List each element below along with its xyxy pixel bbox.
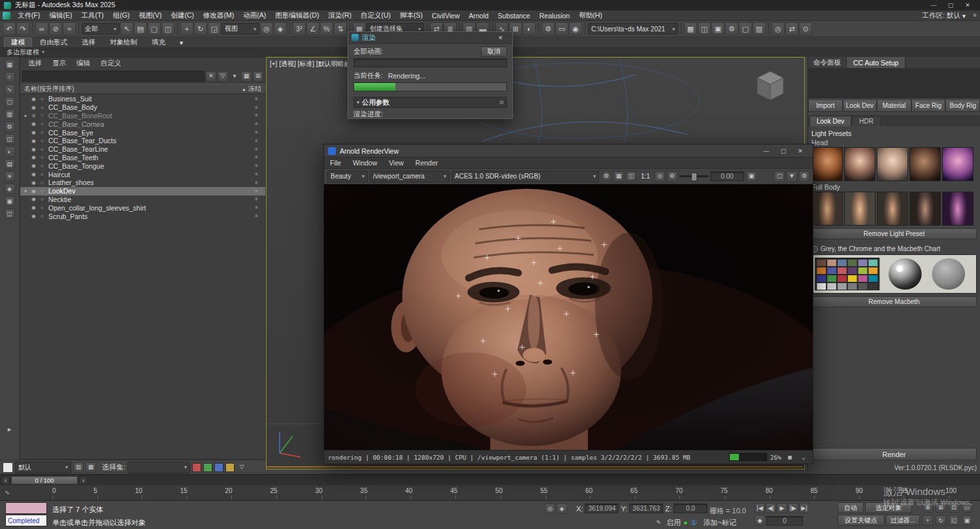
isolate-selection-icon[interactable]: ◎ xyxy=(545,503,555,514)
layer-selector[interactable]: 默认 ▾ xyxy=(15,462,71,473)
toolbar-extra-1[interactable]: ▦ xyxy=(684,22,697,35)
rendered-frame-button[interactable]: ▭ xyxy=(555,22,568,35)
zoom-all-icon[interactable]: ⊞ xyxy=(936,502,946,513)
render-image[interactable] xyxy=(324,184,813,450)
menu-window[interactable]: Window xyxy=(347,159,383,167)
section-pin-icon[interactable]: ⊞ xyxy=(499,99,504,105)
head-preset-2[interactable] xyxy=(844,147,875,181)
frozen-icon[interactable]: ✳ xyxy=(254,105,259,111)
max-logo-icon[interactable] xyxy=(3,12,10,20)
table-row-selected[interactable]: ▸◉○LookDev✳ xyxy=(20,187,265,196)
tab-hdr[interactable]: HDR xyxy=(852,116,881,126)
explorer-menu-display[interactable]: 显示 xyxy=(47,59,71,68)
table-row[interactable]: ◉○CC_Base_Cornea✳ xyxy=(20,120,265,128)
panel-collapse-arrow[interactable]: ▸ xyxy=(8,425,12,434)
save-image-icon[interactable]: ▼ xyxy=(787,171,797,182)
visibility-icon[interactable]: ◉ xyxy=(30,138,37,144)
explorer-column-icon[interactable]: ⊞ xyxy=(253,71,263,82)
head-preset-3[interactable] xyxy=(877,147,908,181)
active-layer-swatch[interactable] xyxy=(3,462,13,473)
table-row[interactable]: ◉○Leather_shoes✳ xyxy=(20,179,265,187)
exposure-value-field[interactable]: 0.00 xyxy=(710,171,744,181)
side-toolbar-icon[interactable]: ▢ xyxy=(5,97,15,107)
visibility-icon[interactable]: ◉ xyxy=(30,163,37,169)
zoom-region-icon[interactable]: ▭ xyxy=(962,502,972,513)
body-preset-3[interactable] xyxy=(877,192,908,226)
body-preset-5[interactable] xyxy=(942,192,973,226)
set-green-icon[interactable] xyxy=(203,463,212,472)
viewport-label[interactable]: [+] [透视] [标准] [默认明暗处理] xyxy=(270,60,359,69)
visibility-icon[interactable]: ◉ xyxy=(30,213,37,219)
frame-back-button[interactable]: ‹ xyxy=(1,476,10,485)
visibility-icon[interactable]: ◉ xyxy=(30,154,37,160)
unlink-button[interactable]: ⊘ xyxy=(49,22,62,35)
import-button[interactable]: Import xyxy=(808,99,843,112)
explorer-menu-select[interactable]: 选择 xyxy=(23,59,47,68)
side-toolbar-icon[interactable]: ○ xyxy=(5,72,15,82)
frozen-icon[interactable]: ✳ xyxy=(254,180,259,186)
explorer-config-icon[interactable]: ▦ xyxy=(241,71,252,82)
render-production-button[interactable]: ◉ xyxy=(569,22,582,35)
menu-group[interactable]: 组(G) xyxy=(108,10,135,20)
previous-frame-button[interactable]: ◀| xyxy=(766,503,776,513)
expand-status-icon[interactable]: ⌄ xyxy=(798,452,809,462)
table-row[interactable]: ◉○Necktie✳ xyxy=(20,196,265,204)
tab-look-dev[interactable]: Look Dev xyxy=(809,116,851,126)
orbit-icon[interactable]: ↻ xyxy=(936,515,946,526)
frozen-icon[interactable]: ✳ xyxy=(254,112,259,118)
set-blue-icon[interactable] xyxy=(214,463,223,472)
body-rig-button[interactable]: Body Rig xyxy=(945,99,980,112)
set-key-button[interactable]: 设置关键点 xyxy=(838,515,885,526)
explorer-menu-edit[interactable]: 编辑 xyxy=(71,59,95,68)
remove-light-preset-button[interactable]: Remove Light Preset xyxy=(811,228,977,239)
menu-animation[interactable]: 动画(A) xyxy=(238,10,270,20)
region-render-icon[interactable]: ▢ xyxy=(774,171,785,182)
visibility-icon[interactable]: ◉ xyxy=(30,112,37,118)
snap-toggle-button[interactable]: 3² xyxy=(293,22,306,35)
listener-line[interactable]: Completed xyxy=(5,515,47,526)
clear-search-icon[interactable]: ✕ xyxy=(206,71,216,82)
rect-selection-region-button[interactable]: ▢ xyxy=(148,22,161,35)
ribbon-panel-label[interactable]: 多边形建模 xyxy=(7,48,39,57)
frozen-icon[interactable]: ✳ xyxy=(254,213,259,219)
colorspace-selector[interactable]: ACES 1.0 SDR-video (sRGB) ▾ xyxy=(451,171,599,182)
pivot-center-button[interactable]: ◎ xyxy=(260,22,273,35)
head-preset-4[interactable] xyxy=(909,147,941,181)
chevron-down-icon[interactable]: ▾ xyxy=(229,71,240,82)
body-preset-2[interactable] xyxy=(844,192,875,226)
table-row[interactable]: ◉○CC_Base_Body✳ xyxy=(20,103,265,112)
window-crossing-button[interactable]: ◫ xyxy=(161,22,174,35)
bind-spacewarp-button[interactable]: ≈ xyxy=(63,22,76,35)
info-icon[interactable]: ① xyxy=(691,519,697,527)
visibility-icon[interactable]: ◉ xyxy=(30,96,37,102)
frozen-icon[interactable]: ✳ xyxy=(254,196,259,202)
select-scale-button[interactable]: ◲ xyxy=(208,22,221,35)
background-icon[interactable]: ▣ xyxy=(746,171,757,182)
table-row[interactable]: ▸◉∿CC_Base_BoneRoot✳ xyxy=(20,112,265,120)
dialog-titlebar[interactable]: 渲染 ✕ xyxy=(348,32,512,44)
expand-icon[interactable]: ▸ xyxy=(23,113,29,118)
undo-button[interactable]: ↶ xyxy=(3,22,16,35)
log-icon[interactable]: ▦ xyxy=(785,452,795,462)
angle-snap-button[interactable]: ∠ xyxy=(306,22,319,35)
body-preset-4[interactable] xyxy=(909,192,941,226)
side-toolbar-icon[interactable]: ▣ xyxy=(5,196,15,207)
spinner-snap-button[interactable]: ⇅ xyxy=(334,22,347,35)
mini-curve-editor-icon[interactable]: ∿ xyxy=(2,487,12,498)
toolbar-extra-9[interactable]: ⊙ xyxy=(799,22,812,35)
side-toolbar-icon[interactable]: ▤ xyxy=(5,159,15,169)
toolbar-extra-8[interactable]: ⇄ xyxy=(785,22,798,35)
tab-selection[interactable]: 选择 xyxy=(75,37,102,47)
frozen-icon[interactable]: ✳ xyxy=(254,129,259,135)
select-move-button[interactable]: + xyxy=(180,22,193,35)
menu-substance[interactable]: Substance xyxy=(493,10,535,20)
table-row[interactable]: ◉○CC_Base_Tongue✳ xyxy=(20,162,265,170)
menu-scripting[interactable]: 脚本(S) xyxy=(395,10,427,20)
menu-file[interactable]: 文件(F) xyxy=(13,10,44,20)
menu-file[interactable]: File xyxy=(324,159,347,167)
close-button[interactable]: ✕ xyxy=(792,146,809,156)
toolbar-extra-3[interactable]: ▣ xyxy=(711,22,725,35)
side-toolbar-icon[interactable]: ◫ xyxy=(5,209,15,219)
macro-recorder-line[interactable] xyxy=(5,502,47,514)
menu-tools[interactable]: 工具(T) xyxy=(76,10,108,20)
